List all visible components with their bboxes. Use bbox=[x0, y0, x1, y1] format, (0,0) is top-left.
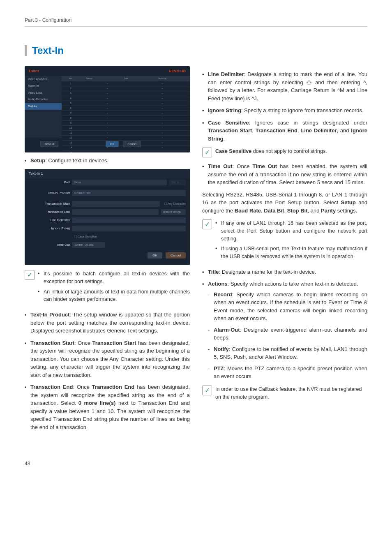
page-number: 48 bbox=[25, 460, 367, 467]
left-column: Event REVO HD Video AnalyticsAlarm-InVid… bbox=[25, 66, 190, 435]
ldelim-input[interactable] bbox=[72, 217, 186, 223]
transaction-end-desc: Transaction End: Once Transaction End ha… bbox=[25, 383, 190, 431]
setup-intro: Setup: Configure text-in devices. bbox=[25, 157, 190, 165]
dialog-cancel-button[interactable]: Cancel bbox=[166, 252, 186, 259]
textin-dialog-screenshot: Text-In 1 Port None Setup... Text-In Pro… bbox=[25, 169, 190, 265]
check-icon: ✓ bbox=[202, 385, 212, 395]
ptz-desc: PTZ: Moves the PTZ camera to a specific … bbox=[208, 365, 367, 381]
case-sensitive-desc: Case Sensitive: Ignores case in strings … bbox=[202, 119, 367, 143]
note-item: It's possible to batch configure all tex… bbox=[38, 270, 190, 286]
notify-desc: Notify: Configure to be notified of even… bbox=[208, 345, 367, 361]
tstart-label: Transaction Start bbox=[29, 201, 70, 206]
default-button[interactable]: Default bbox=[40, 141, 58, 147]
tend-label: Transaction End bbox=[29, 210, 70, 215]
heading-accent-bar bbox=[25, 45, 27, 56]
note-case-sensitive: ✓ Case Sensitive does not apply to contr… bbox=[202, 148, 367, 157]
brand-logo: REVO HD bbox=[169, 69, 186, 74]
timeout-label: Time Out bbox=[29, 242, 70, 247]
any-char-check[interactable]: ☐ Any Character bbox=[164, 202, 186, 206]
right-column: Line Delimiter: Designate a string to ma… bbox=[202, 66, 367, 435]
check-icon: ✓ bbox=[202, 219, 212, 229]
event-label: Event bbox=[29, 69, 39, 74]
timeout-select[interactable]: 10 min. 00 sec. bbox=[72, 242, 105, 248]
check-icon: ✓ bbox=[202, 148, 212, 157]
record-desc: Record: Specify which cameras to begin l… bbox=[208, 291, 367, 323]
ignore-input[interactable] bbox=[72, 226, 186, 231]
shift-key-icon bbox=[306, 80, 312, 85]
port-setup-button[interactable]: Setup... bbox=[169, 180, 186, 185]
product-label: Text-In Product bbox=[29, 191, 70, 196]
line-delimiter-desc: Line Delimiter: Designate a string to ma… bbox=[202, 70, 367, 102]
case-sensitive-check[interactable]: ☐ Case Sensitive bbox=[74, 235, 97, 239]
alarmout-desc: Alarm-Out: Designate event-triggered ala… bbox=[208, 326, 367, 342]
title-desc: Title: Designate a name for the text-in … bbox=[202, 268, 367, 276]
transaction-start-desc: Transaction Start: Once Transaction Star… bbox=[25, 339, 190, 379]
check-icon: ✓ bbox=[25, 270, 35, 280]
note-batch-config: ✓ It's possible to batch configure all t… bbox=[25, 270, 190, 306]
more-lines-select[interactable]: 0 more line(s) bbox=[161, 209, 186, 215]
event-sidebar: Video AnalyticsAlarm-InVideo LossAudio D… bbox=[25, 76, 62, 138]
ignore-label: Ignore String bbox=[29, 226, 70, 231]
port-label: Port bbox=[29, 180, 70, 185]
port-select[interactable]: None bbox=[72, 180, 167, 185]
ignore-string-desc: Ignore String: Specify a string to ignor… bbox=[202, 106, 367, 115]
event-table: No.SetupTitleActions 1––2––3––4––5––6––7… bbox=[62, 76, 190, 138]
note-item: If any one of LAN1 through 16 has been s… bbox=[215, 219, 367, 242]
event-setup-screenshot: Event REVO HD Video AnalyticsAlarm-InVid… bbox=[25, 66, 190, 152]
ok-button[interactable]: OK bbox=[106, 141, 119, 147]
product-select[interactable]: Generic Text bbox=[72, 190, 186, 196]
timeout-desc: Time Out: Once Time Out has been enabled… bbox=[202, 162, 367, 187]
cancel-button[interactable]: Cancel bbox=[123, 141, 141, 147]
port-select-desc: Selecting RS232, RS485, USB-Serial 1 thr… bbox=[202, 191, 367, 215]
textin-product-desc: Text-In Product: The setup window is upd… bbox=[25, 311, 190, 335]
note-callback: ✓ In order to use the Callback feature, … bbox=[202, 385, 367, 401]
breadcrumb: Part 3 - Configuration bbox=[25, 16, 367, 27]
dialog-ok-button[interactable]: OK bbox=[148, 252, 162, 259]
tend-input[interactable] bbox=[72, 209, 159, 215]
page-title: Text-In bbox=[32, 43, 64, 58]
note-item: An influx of large amounts of text-in da… bbox=[38, 288, 190, 304]
note-item: If using a USB-serial port, the Text-In … bbox=[215, 245, 367, 261]
actions-desc: Actions: Specify which actions to take w… bbox=[202, 280, 367, 381]
section-heading: Text-In bbox=[25, 43, 367, 58]
dialog-title: Text-In 1 bbox=[25, 169, 190, 179]
tstart-input[interactable] bbox=[72, 201, 160, 207]
ldelim-label: Line Delimiter bbox=[29, 218, 70, 223]
note-lan-usb: ✓ If any one of LAN1 through 16 has been… bbox=[202, 219, 367, 263]
